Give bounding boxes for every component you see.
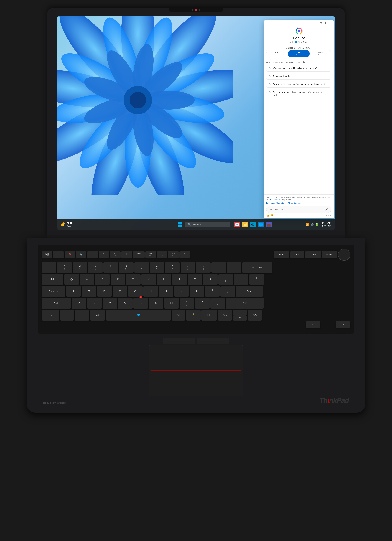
- key-arrow-up[interactable]: ∧: [233, 310, 247, 315]
- taskbar-icon-mail[interactable]: 📧: [234, 222, 240, 228]
- key-a[interactable]: A: [66, 286, 81, 297]
- key-y[interactable]: Y: [141, 274, 156, 285]
- search-bar[interactable]: 🔍 Search: [184, 222, 230, 228]
- suggestion-item-1[interactable]: ⬡ Where do people travel for culinary ex…: [266, 65, 331, 72]
- copilot-refresh-btn[interactable]: ↻: [324, 21, 328, 25]
- key-capslock[interactable]: CapsLock *: [42, 286, 65, 297]
- key-f2[interactable]: 🔇F2: [64, 251, 75, 258]
- key-f7[interactable]: ⊟F7: [121, 251, 132, 258]
- key-comma[interactable]: <,: [180, 298, 194, 309]
- key-5[interactable]: %5: [119, 262, 134, 273]
- key-ctrl-left[interactable]: Ctrl: [42, 310, 59, 321]
- key-7[interactable]: &7: [150, 262, 164, 273]
- key-f12[interactable]: ★F12: [179, 251, 190, 258]
- key-semicolon[interactable]: :;: [205, 286, 220, 297]
- key-1[interactable]: !1: [57, 262, 72, 273]
- key-backtick[interactable]: ~`: [42, 262, 56, 273]
- key-o[interactable]: O: [188, 274, 202, 285]
- key-2[interactable]: @2: [73, 262, 87, 273]
- key-minus[interactable]: —-: [211, 262, 226, 273]
- key-equals[interactable]: +=: [227, 262, 241, 273]
- key-pgup[interactable]: PgUp: [218, 310, 232, 321]
- key-6[interactable]: ^6: [134, 262, 149, 273]
- key-delete[interactable]: Delete: [322, 251, 337, 258]
- touchpad-right-btn[interactable]: [197, 338, 229, 344]
- key-f9[interactable]: PrtScF9: [145, 251, 156, 258]
- key-esc[interactable]: EscFnLock: [42, 251, 52, 258]
- key-bracket-close[interactable]: }]: [234, 274, 248, 285]
- touchpad-left-btn[interactable]: [163, 338, 195, 344]
- key-f[interactable]: F: [113, 286, 127, 297]
- suggestion-item-4[interactable]: ⬡ Create a table that helps me plan meal…: [266, 89, 331, 98]
- key-alt-left[interactable]: Alt: [90, 310, 105, 321]
- key-h[interactable]: H: [143, 286, 158, 297]
- key-end[interactable]: End: [290, 251, 304, 258]
- key-d[interactable]: D: [97, 286, 112, 297]
- key-w[interactable]: W: [80, 274, 94, 285]
- key-copilot[interactable]: 🔒ID: [186, 310, 201, 321]
- key-quote[interactable]: "': [220, 286, 235, 297]
- key-shift-right[interactable]: Shift: [226, 298, 264, 309]
- privacy-link[interactable]: Privacy statement: [288, 202, 301, 204]
- taskbar-icon-explorer[interactable]: 📁: [242, 222, 248, 228]
- key-u[interactable]: U: [157, 274, 171, 285]
- key-arrow-right[interactable]: >: [336, 321, 350, 328]
- feedback-link[interactable]: send feedback: [269, 199, 280, 201]
- key-f8[interactable]: ModeF8: [133, 251, 145, 258]
- terms-link[interactable]: Terms of use: [277, 202, 286, 204]
- copilot-grid-btn[interactable]: ⊞: [319, 21, 323, 25]
- key-n[interactable]: N: [149, 298, 163, 309]
- ask-input[interactable]: [269, 208, 323, 210]
- taskbar-icon-store[interactable]: 🛍: [250, 222, 256, 228]
- key-slash[interactable]: ?/: [210, 298, 225, 309]
- key-l[interactable]: L: [190, 286, 204, 297]
- key-t[interactable]: T: [126, 274, 141, 285]
- thumbs-up-icon[interactable]: 👍: [266, 214, 269, 217]
- style-btn-creative[interactable]: More Creative: [267, 50, 288, 57]
- key-s[interactable]: S: [82, 286, 96, 297]
- key-x[interactable]: X: [87, 298, 102, 309]
- key-backspace[interactable]: Backspace: [242, 262, 272, 273]
- key-r[interactable]: R: [110, 274, 125, 285]
- key-f1[interactable]: ·F1: [53, 251, 64, 258]
- key-backslash[interactable]: |\: [249, 274, 264, 285]
- key-arrow-down[interactable]: ∨: [233, 315, 247, 321]
- key-3[interactable]: #3: [88, 262, 103, 273]
- taskbar-icon-teams[interactable]: 💼: [266, 222, 272, 228]
- style-btn-balanced[interactable]: More Balanced: [288, 50, 309, 57]
- suggestion-item-2[interactable]: ⬡ Turn on dark mode: [266, 73, 331, 79]
- suggestion-item-3[interactable]: ⬡ I'm looking for handmade furniture for…: [266, 81, 331, 88]
- key-f3[interactable]: 🔊F3: [76, 251, 86, 258]
- key-f5[interactable]: ☀F5: [99, 251, 109, 258]
- key-fn[interactable]: Fn: [60, 310, 74, 321]
- key-b[interactable]: B: [133, 298, 148, 309]
- touchpad[interactable]: [149, 345, 243, 396]
- key-4[interactable]: $4: [104, 262, 118, 273]
- key-windows[interactable]: ⊞: [74, 310, 89, 321]
- key-f6[interactable]: ☀+F6: [110, 251, 120, 258]
- key-shift-left[interactable]: Shift: [42, 298, 71, 309]
- key-arrow-left[interactable]: <: [306, 321, 320, 328]
- key-e[interactable]: E: [95, 274, 110, 285]
- key-bracket-open[interactable]: {[: [219, 274, 233, 285]
- key-i[interactable]: I: [172, 274, 187, 285]
- key-p[interactable]: P: [203, 274, 218, 285]
- key-f10[interactable]: 🖥F10: [157, 251, 167, 258]
- key-9[interactable]: (9: [181, 262, 195, 273]
- thumbs-down-icon[interactable]: 👎: [270, 214, 273, 217]
- learn-more-link[interactable]: Learn more: [266, 202, 275, 204]
- key-k[interactable]: K: [174, 286, 189, 297]
- key-enter[interactable]: Enter: [236, 286, 263, 297]
- key-home[interactable]: Home: [274, 251, 289, 258]
- key-z[interactable]: Z: [72, 298, 86, 309]
- key-f11[interactable]: 🖥🖥F11: [168, 251, 179, 258]
- key-f4[interactable]: ✕F4: [87, 251, 98, 258]
- trackpoint[interactable]: [140, 296, 142, 298]
- key-period[interactable]: >.: [195, 298, 210, 309]
- key-0[interactable]: )0: [196, 262, 211, 273]
- key-q[interactable]: Q: [64, 274, 79, 285]
- key-g[interactable]: G: [128, 286, 143, 297]
- start-button[interactable]: [176, 221, 183, 228]
- taskbar-icon-edge[interactable]: 🌐: [258, 222, 264, 228]
- key-space[interactable]: 🌐: [106, 310, 171, 321]
